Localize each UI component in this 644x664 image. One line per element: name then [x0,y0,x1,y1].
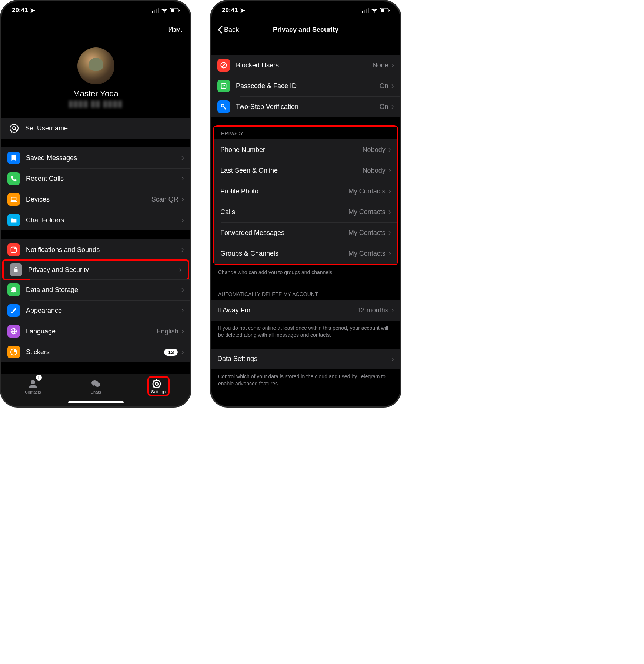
chevron-right-icon: › [388,249,391,258]
two-step-verification-row[interactable]: Two-Step VerificationOn› [211,96,400,117]
svg-rect-10 [11,197,16,201]
row-label: Profile Photo [220,187,348,195]
profile-header[interactable]: Master Yoda ████ ██ ████ [1,40,190,113]
chevron-right-icon: › [391,102,394,112]
chevron-right-icon: › [181,153,184,163]
tab-contacts[interactable]: ! Contacts [1,374,64,398]
bookmark-icon [7,152,20,164]
notifications-and-sounds-row[interactable]: Notifications and Sounds› [1,239,190,260]
tab-settings[interactable]: Settings [127,374,190,398]
profile-photo-row[interactable]: Profile PhotoMy Contacts› [214,181,397,202]
row-value: Nobody [363,146,386,154]
chevron-right-icon: › [181,174,184,183]
last-seen-online-row[interactable]: Last Seen & OnlineNobody› [214,160,397,181]
devices-row[interactable]: DevicesScan QR› [1,189,190,210]
appearance-row[interactable]: Appearance› [1,300,190,321]
settings-icon [151,378,162,389]
row-label: Passcode & Face ID [236,82,380,90]
calls-row[interactable]: CallsMy Contacts› [214,202,397,222]
if-away-label: If Away For [217,306,357,314]
row-label: Recent Calls [26,175,181,183]
back-button[interactable]: Back [217,26,239,34]
chevron-right-icon: › [181,306,184,315]
svg-line-43 [222,63,225,67]
tab-contacts-label: Contacts [25,390,41,394]
svg-rect-11 [11,201,17,202]
language-row[interactable]: LanguageEnglish› [1,321,190,342]
status-bar: 20:41➤ [1,1,190,19]
row-label: Last Seen & Online [220,167,363,175]
chevron-right-icon: › [391,81,394,91]
edit-button[interactable]: Изм. [168,26,183,34]
svg-point-8 [13,127,16,130]
avatar[interactable] [77,47,114,84]
passcode-face-id-row[interactable]: Passcode & Face IDOn› [211,76,400,96]
phone-number-row[interactable]: Phone NumberNobody› [214,139,397,160]
row-label: Devices [26,196,151,203]
row-label: Groups & Channels [220,250,348,258]
svg-rect-40 [389,10,390,11]
row-label: Saved Messages [26,154,181,162]
contacts-badge: ! [36,375,42,381]
chevron-left-icon [217,26,223,34]
svg-rect-36 [364,10,365,13]
data-and-storage-row[interactable]: Data and Storage› [1,279,190,300]
brush-icon [7,304,20,317]
home-indicator[interactable] [68,401,124,403]
auto-delete-footer: If you do not come online at least once … [211,321,400,343]
svg-point-13 [14,247,17,249]
svg-rect-14 [14,269,17,272]
profile-phone-blurred: ████ ██ ████ [1,101,190,107]
forwarded-messages-row[interactable]: Forwarded MessagesMy Contacts› [214,222,397,243]
saved-messages-row[interactable]: Saved Messages› [1,147,190,168]
data-icon [7,283,20,296]
back-label: Back [224,26,239,34]
stickers-row[interactable]: Stickers13› [1,342,190,362]
chats-icon [90,378,101,389]
svg-point-45 [223,85,224,86]
chevron-right-icon: › [391,354,394,364]
chevron-right-icon: › [181,285,184,295]
row-label: Blocked Users [236,62,373,69]
row-value: My Contacts [348,250,386,258]
set-username-row[interactable]: + Set Username [1,118,190,139]
tab-chats[interactable]: Chats [64,374,127,398]
chevron-right-icon: › [391,306,394,315]
recent-calls-row[interactable]: Recent Calls› [1,168,190,189]
privacy-and-security-row[interactable]: Privacy and Security› [2,259,189,280]
svg-rect-37 [366,9,367,13]
folder-icon [7,214,20,226]
svg-rect-6 [171,9,174,12]
auto-delete-header: AUTOMATICALLY DELETE MY ACCOUNT [211,288,400,300]
chat-folders-row[interactable]: Chat Folders› [1,210,190,230]
tab-chats-label: Chats [90,390,101,394]
svg-point-26 [155,382,158,385]
svg-rect-35 [362,11,363,13]
data-settings-row[interactable]: Data Settings › [211,349,400,369]
blocked-users-row[interactable]: Blocked UsersNone› [211,55,400,76]
row-label: Phone Number [220,146,363,154]
row-badge: 13 [164,349,178,356]
row-value: Scan QR [151,196,178,203]
row-label: Data and Storage [26,286,181,294]
chevron-right-icon: › [181,347,184,357]
chevron-right-icon: › [181,326,184,336]
if-away-for-row[interactable]: If Away For 12 months › [211,300,400,321]
svg-point-17 [11,290,16,293]
svg-point-22 [31,380,35,384]
groups-channels-row[interactable]: Groups & ChannelsMy Contacts› [214,243,397,264]
settings-screen: 20:41➤ Изм. Master Yoda ████ ██ ████ + S… [0,0,191,408]
row-label: Forwarded Messages [220,229,348,237]
if-away-value: 12 months [357,306,388,314]
status-bar: 20:41➤ [211,1,400,19]
row-value: My Contacts [348,187,386,195]
privacy-header: PRIVACY [214,127,397,139]
location-icon: ➤ [30,7,35,14]
chevron-right-icon: › [181,215,184,225]
row-label: Stickers [26,348,164,356]
data-settings-footer: Control which of your data is stored in … [211,369,400,391]
chevron-right-icon: › [181,245,184,255]
svg-text:+: + [10,129,13,133]
row-label: Two-Step Verification [236,103,380,111]
row-value: On [380,82,388,90]
